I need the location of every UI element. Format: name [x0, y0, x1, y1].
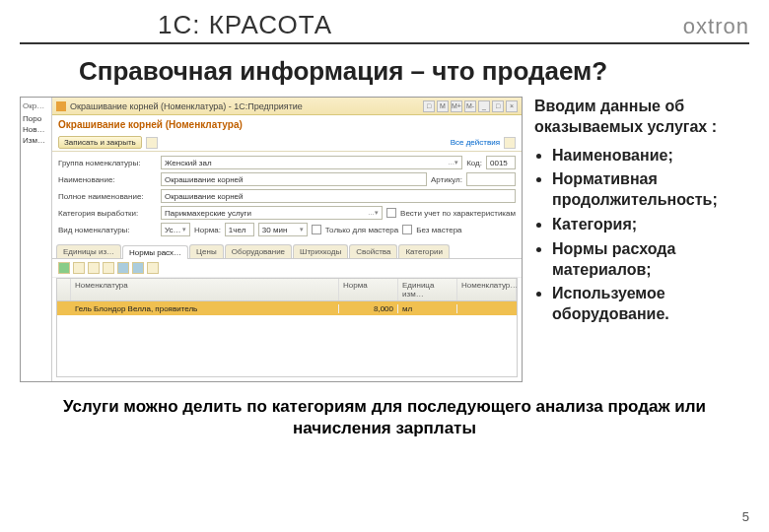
tree-item[interactable]: Изм…: [23, 136, 49, 145]
maximize-btn[interactable]: □: [492, 100, 504, 112]
name-input[interactable]: Окрашивание корней: [161, 172, 427, 186]
bullet: Нормативная продолжительность;: [552, 169, 749, 211]
footer-note: Услуги можно делить по категориям для по…: [59, 396, 710, 439]
cell-unit: мл: [398, 304, 457, 313]
move-down-icon[interactable]: [132, 262, 144, 274]
col-norm[interactable]: Норма: [339, 279, 398, 300]
tab-equipment[interactable]: Оборудование: [225, 244, 292, 258]
edit-row-icon[interactable]: [88, 262, 100, 274]
code-label: Код:: [466, 159, 482, 167]
fullname-label: Полное наименование:: [58, 192, 157, 201]
close-btn[interactable]: ×: [506, 100, 518, 112]
tab-barcodes[interactable]: Штрихкоды: [293, 244, 348, 258]
add-row-icon[interactable]: [58, 262, 70, 274]
mem-mplus-btn[interactable]: M+: [451, 100, 462, 112]
materials-grid[interactable]: Номенклатура Норма Единица изм… Номенкла…: [56, 278, 518, 377]
col-marker: [57, 279, 71, 300]
page-number: 5: [742, 509, 749, 524]
side-intro: Вводим данные об оказываемых услугах :: [534, 97, 749, 138]
characteristics-label: Вести учет по характеристикам: [400, 209, 516, 218]
grid-toolbar: [52, 259, 522, 278]
col-nomgroup[interactable]: Номенклатур…: [457, 279, 517, 300]
tree-pane[interactable]: Окр… Поро Нов… Изм…: [21, 98, 52, 381]
cell-norm: 8,000: [339, 304, 398, 313]
save-icon[interactable]: [146, 137, 158, 149]
delete-row-icon[interactable]: [103, 262, 114, 274]
tree-item[interactable]: Нов…: [23, 125, 49, 134]
vid-label: Вид номенклатуры:: [58, 226, 157, 234]
mem-m-btn[interactable]: M: [437, 100, 449, 112]
find-icon[interactable]: [147, 262, 159, 274]
window-titlebar: Окрашивание корней (Номенклатура) - 1С:П…: [52, 98, 522, 115]
article-input[interactable]: [466, 172, 516, 186]
window-title: Окрашивание корней (Номенклатура) - 1С:П…: [70, 101, 423, 111]
tab-norms[interactable]: Нормы расх…: [122, 245, 188, 259]
tree-title: Окр…: [23, 101, 49, 110]
cell-nomenclature: Гель Блондор Велла, проявитель: [71, 304, 339, 313]
app-title: 1С: КРАСОТА: [20, 10, 683, 40]
characteristics-checkbox[interactable]: [386, 208, 396, 218]
tab-prices[interactable]: Цены: [189, 244, 224, 258]
move-up-icon[interactable]: [117, 262, 129, 274]
tab-units[interactable]: Единицы из…: [56, 244, 121, 258]
code-input[interactable]: 0015: [486, 156, 516, 169]
name-label: Наименование:: [58, 175, 157, 184]
tree-item[interactable]: Поро: [23, 114, 49, 123]
group-input[interactable]: Женский зал…▾: [161, 156, 462, 169]
help-icon[interactable]: [504, 137, 516, 149]
mem-mminus-btn[interactable]: M-: [464, 100, 476, 112]
col-unit[interactable]: Единица изм…: [398, 279, 457, 300]
side-text: Вводим данные об оказываемых услугах : Н…: [534, 97, 749, 382]
minimize-btn[interactable]: _: [478, 100, 490, 112]
col-nomenclature[interactable]: Номенклатура: [71, 279, 339, 300]
group-label: Группа номенклатуры:: [58, 159, 157, 167]
bullet: Нормы расхода материалов;: [552, 239, 749, 281]
category-input[interactable]: Парикмахерские услуги…▾: [161, 206, 383, 220]
master-only-checkbox[interactable]: [312, 225, 321, 234]
copy-row-icon[interactable]: [73, 262, 85, 274]
form-toolbar: Записать и закрыть Все действия: [52, 134, 522, 152]
norm-label: Норма:: [194, 226, 221, 234]
bullet: Категория;: [552, 215, 749, 235]
logo-text: oxtron: [683, 14, 749, 39]
category-label: Категория выработки:: [58, 209, 157, 218]
calc-icon[interactable]: □: [423, 100, 435, 112]
norm-min-input[interactable]: 30 мин▾: [258, 223, 308, 236]
grid-row[interactable]: Гель Блондор Велла, проявитель 8,000 мл: [57, 301, 517, 315]
bullet: Используемое оборудование.: [552, 284, 749, 325]
tab-properties[interactable]: Свойства: [349, 244, 397, 258]
norm-hours-input[interactable]: 1чел: [225, 223, 254, 236]
all-actions-link[interactable]: Все действия: [451, 138, 500, 147]
article-label: Артикул:: [431, 175, 462, 184]
vid-input[interactable]: Ус…▾: [161, 223, 190, 236]
app-screenshot: Окр… Поро Нов… Изм… Окрашивание корней (…: [20, 97, 523, 382]
tab-bar: Единицы из… Нормы расх… Цены Оборудовани…: [52, 244, 522, 259]
save-close-button[interactable]: Записать и закрыть: [58, 136, 142, 149]
tab-categories[interactable]: Категории: [398, 244, 450, 258]
form-title: Окрашивание корней (Номенклатура): [52, 115, 522, 134]
master-only-label: Только для мастера: [325, 226, 398, 234]
fullname-input[interactable]: Окрашивание корней: [161, 189, 516, 203]
bullet: Наименование;: [552, 146, 749, 166]
slide-subtitle: Справочная информация – что продаем?: [79, 56, 749, 87]
app-icon: [56, 101, 66, 111]
without-master-label: Без мастера: [416, 226, 461, 234]
without-master-checkbox[interactable]: [402, 225, 412, 234]
slide-header: 1С: КРАСОТА oxtron: [20, 10, 749, 44]
